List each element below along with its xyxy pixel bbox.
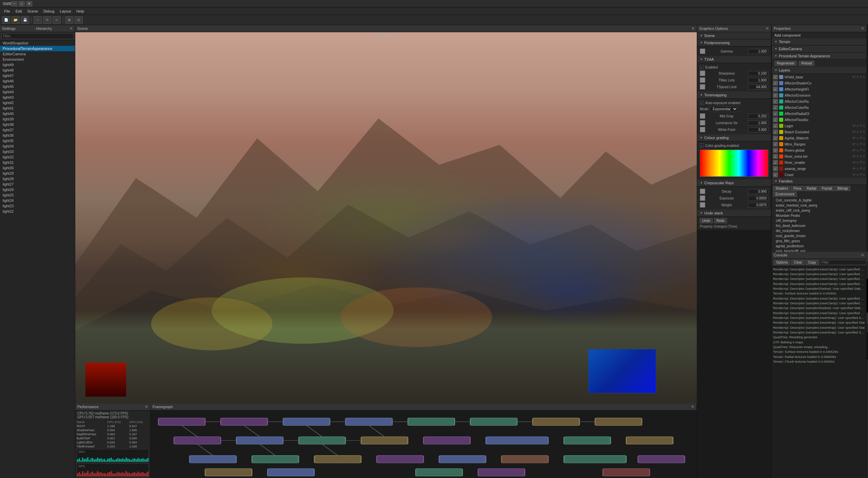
list-item[interactable]: light30 bbox=[0, 165, 75, 171]
menu-scene[interactable]: Scene bbox=[25, 8, 41, 14]
list-item[interactable]: light29 bbox=[0, 171, 75, 176]
save-btn[interactable]: 💾 bbox=[21, 16, 29, 24]
list-item[interactable]: light49 bbox=[0, 62, 75, 68]
layer-vis[interactable]: ✓ bbox=[773, 117, 778, 122]
settings-tab[interactable]: Settings bbox=[2, 26, 16, 31]
menu-file[interactable]: File bbox=[1, 8, 13, 14]
console-copy-btn[interactable]: Copy bbox=[806, 260, 818, 265]
list-item[interactable]: light46 bbox=[0, 78, 75, 84]
section-colour-grading[interactable]: ▼ Colour grading bbox=[697, 134, 771, 141]
props-close[interactable]: ✕ bbox=[861, 26, 864, 31]
section-undo-stack[interactable]: ▼ Undo stack bbox=[697, 210, 771, 217]
material-item[interactable]: Mountain Peaks bbox=[772, 213, 866, 218]
close-btn[interactable]: ✕ bbox=[26, 1, 32, 6]
console-clear-btn[interactable]: Clear bbox=[791, 260, 804, 265]
layer-item[interactable]: ✓ Coast b^-1 f^-1 bbox=[772, 172, 866, 178]
list-item[interactable]: Environment bbox=[0, 57, 75, 62]
list-item[interactable]: light41 bbox=[0, 106, 75, 111]
grid-btn[interactable]: ⊡ bbox=[75, 16, 83, 24]
list-item[interactable]: light32 bbox=[0, 154, 75, 160]
layer-vis[interactable]: ✓ bbox=[773, 154, 778, 159]
list-item[interactable]: light26 bbox=[0, 187, 75, 192]
menu-debug[interactable]: Debug bbox=[41, 8, 57, 14]
cg-enabled-checkbox[interactable] bbox=[700, 144, 704, 148]
editor-camera-header[interactable]: ▼ EditorCamera bbox=[772, 45, 866, 53]
fg-close[interactable]: ✕ bbox=[691, 404, 694, 409]
left-panel-close[interactable]: ✕ bbox=[70, 26, 73, 31]
tab-radial[interactable]: Radial bbox=[804, 186, 818, 191]
list-item[interactable]: ProceduralTerrainAppearance bbox=[0, 46, 75, 51]
layer-item[interactable]: ✓ AffectorFloraNo bbox=[772, 117, 866, 123]
list-item[interactable]: EditorCamera bbox=[0, 51, 75, 57]
layer-item[interactable]: ✓ Rivers-global b^-1 f^-1 bbox=[772, 147, 866, 153]
families-header[interactable]: ▼ Families bbox=[772, 178, 866, 185]
auto-exposure-checkbox[interactable] bbox=[700, 101, 704, 105]
layer-vis[interactable]: ✓ bbox=[773, 160, 778, 165]
snap-btn[interactable]: ⊞ bbox=[65, 16, 73, 24]
list-item[interactable]: light47 bbox=[0, 73, 75, 78]
list-item[interactable]: light27 bbox=[0, 181, 75, 187]
layer-vis[interactable]: ✓ bbox=[773, 130, 778, 134]
console-options-btn[interactable]: Options bbox=[774, 260, 790, 265]
layer-vis[interactable]: ✓ bbox=[773, 123, 778, 128]
material-item[interactable]: grss_Mtn_grass bbox=[772, 238, 866, 244]
console-filter[interactable] bbox=[820, 260, 866, 265]
new-btn[interactable]: 📄 bbox=[2, 16, 10, 24]
layer-vis[interactable]: ✓ bbox=[773, 172, 778, 177]
layer-vis[interactable]: ✓ bbox=[773, 111, 778, 116]
layer-item[interactable]: ✓ AffectorEnvironm bbox=[772, 92, 866, 98]
tab-shaders[interactable]: Shaders bbox=[773, 186, 790, 191]
layer-vis[interactable]: ✓ bbox=[773, 166, 778, 171]
maximize-btn[interactable]: □ bbox=[19, 1, 25, 6]
layer-vis[interactable]: ✓ bbox=[773, 75, 778, 79]
layer-item[interactable]: ✓ AffectorColorRa bbox=[772, 98, 866, 104]
layer-vis[interactable]: ✓ bbox=[773, 99, 778, 104]
menu-edit[interactable]: Edit bbox=[13, 8, 25, 14]
layer-item[interactable]: ✓ Lager b^-1 f^-1 bbox=[772, 123, 866, 129]
list-item[interactable]: light48 bbox=[0, 68, 75, 73]
layer-item[interactable]: ✓ AffectorShaderCo bbox=[772, 80, 866, 86]
list-item[interactable]: light28 bbox=[0, 176, 75, 181]
list-item[interactable]: light42 bbox=[0, 100, 75, 106]
undo-btn[interactable]: Undo bbox=[700, 218, 713, 223]
menu-layout[interactable]: Layout bbox=[57, 8, 74, 14]
layer-item[interactable]: ✓ hField_base b^-1 f^-1 bbox=[772, 74, 866, 80]
layers-header[interactable]: ▼ Layers bbox=[772, 67, 866, 74]
material-item[interactable]: cliff_brwngrey bbox=[772, 218, 866, 223]
material-item[interactable]: agrilat_poolbottom bbox=[772, 244, 866, 249]
scene-close[interactable]: ✕ bbox=[691, 26, 695, 31]
list-item[interactable]: light43 bbox=[0, 95, 75, 100]
material-item[interactable]: rock_granite_brown bbox=[772, 233, 866, 238]
colour-grading-bar[interactable] bbox=[700, 150, 768, 177]
menu-help[interactable]: Help bbox=[74, 8, 87, 14]
list-item[interactable]: light24 bbox=[0, 198, 75, 203]
minimize-btn[interactable]: ─ bbox=[11, 1, 17, 6]
layer-item[interactable]: ✓ River_smaller b^-1 f^-1 bbox=[772, 159, 866, 166]
regenerate-btn[interactable]: Regenerate bbox=[774, 61, 797, 66]
material-item[interactable]: Corl_concrete_A_bigtile bbox=[772, 198, 866, 203]
list-item[interactable]: light39 bbox=[0, 116, 75, 122]
txaa-enabled-checkbox[interactable] bbox=[700, 65, 704, 69]
layer-item[interactable]: ✓ AffectorHeightFi bbox=[772, 86, 866, 92]
material-item[interactable]: endor_riverbed_rock_averg bbox=[772, 203, 866, 208]
console-close[interactable]: ✕ bbox=[861, 253, 864, 257]
reload-btn[interactable]: Reload bbox=[799, 61, 814, 66]
section-postprocessing[interactable]: ▼ Postprocessing bbox=[697, 39, 771, 46]
material-item[interactable]: dirt_rockybrown bbox=[772, 228, 866, 233]
hierarchy-tab[interactable]: Hierarchy bbox=[36, 26, 52, 31]
layer-item[interactable]: ✓ Beach Excluded b^-1 f^-1 bbox=[772, 129, 866, 135]
list-item[interactable]: WorldSnapshot bbox=[0, 40, 75, 46]
layer-vis[interactable]: ✓ bbox=[773, 87, 778, 92]
list-item[interactable]: light31 bbox=[0, 160, 75, 165]
open-btn[interactable]: 📂 bbox=[12, 16, 20, 24]
material-item[interactable]: rock_beachcliff_red bbox=[772, 249, 866, 252]
hierarchy-filter[interactable] bbox=[1, 33, 74, 39]
list-item[interactable]: light40 bbox=[0, 111, 75, 116]
graphics-close[interactable]: ✕ bbox=[766, 26, 769, 31]
terrain-section-header[interactable]: ▼ Terrain bbox=[772, 38, 866, 45]
layer-vis[interactable]: ✓ bbox=[773, 136, 778, 140]
material-item[interactable]: endor_cliff_rock_averg bbox=[772, 208, 866, 213]
layer-item[interactable]: ✓ Agrilat_Waterch b^-1 f^-1 bbox=[772, 135, 866, 141]
scale-btn[interactable]: ⤢ bbox=[53, 16, 61, 24]
layer-vis[interactable]: ✓ bbox=[773, 148, 778, 153]
